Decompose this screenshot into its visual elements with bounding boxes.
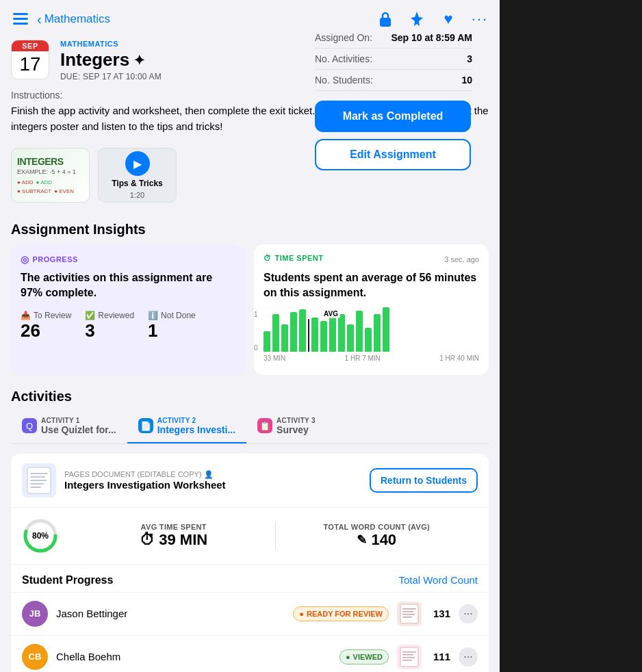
- student-more-button-1[interactable]: ···: [459, 647, 478, 667]
- bar-11: [365, 328, 372, 352]
- bar-2: [281, 324, 288, 352]
- activity-tab-2[interactable]: 📄 ACTIVITY 2 Integers Investi...: [127, 410, 246, 443]
- student-progress-header: Student Progress Total Word Count: [11, 565, 489, 592]
- total-word-count-link[interactable]: Total Word Count: [398, 574, 478, 586]
- back-button[interactable]: ‹ Mathematics: [37, 12, 110, 27]
- bar-4: [299, 309, 306, 352]
- time-spent-label: TIME SPENT: [275, 254, 324, 262]
- calendar-icon: SEP 17: [11, 40, 49, 79]
- activity-3-info: ACTIVITY 3 Survey: [277, 417, 316, 435]
- avatar-initials: JB: [29, 608, 41, 619]
- bar-6: [320, 321, 327, 352]
- not-done-label: ℹ️ Not Done: [148, 311, 196, 320]
- edit-assignment-button[interactable]: Edit Assignment: [315, 139, 471, 170]
- svg-rect-22: [402, 654, 413, 656]
- title-text: Integers: [60, 49, 129, 70]
- progress-text: The activities on this assignment are 97…: [21, 270, 236, 301]
- activity-tab-1[interactable]: Q ACTIVITY 1 Use Quizlet for...: [11, 410, 127, 443]
- svg-rect-9: [30, 483, 44, 484]
- activities-section-title: Activities: [11, 389, 489, 404]
- status-text-0: READY FOR REVIEW: [307, 610, 383, 618]
- activity-3-name: Survey: [277, 424, 316, 435]
- word-count-label: TOTAL WORD COUNT (AVG): [287, 523, 467, 531]
- return-to-students-button[interactable]: Return to Students: [370, 468, 478, 493]
- student-row: JB Jason Bettinger ● READY FOR REVIEW: [11, 592, 489, 635]
- to-review-label: 📥 To Review: [21, 311, 71, 320]
- student-word-count-0: 131: [430, 608, 450, 619]
- y-labels: 1 0: [254, 311, 258, 352]
- activity-1-name: Use Quizlet for...: [41, 424, 116, 435]
- activity-1-number: ACTIVITY 1: [41, 417, 116, 424]
- assigned-on-value: Sep 10 at 8:59 AM: [391, 32, 472, 43]
- student-word-count-1: 111: [430, 651, 450, 662]
- video-label: Tips & Tricks: [112, 179, 162, 188]
- inbox-icon: 📥: [21, 311, 31, 320]
- activity-tab-3[interactable]: 📋 ACTIVITY 3 Survey: [246, 410, 326, 443]
- info-icon: ℹ️: [148, 311, 158, 320]
- chart-x-labels: 33 MIN 1 HR 7 MIN 1 HR 40 MIN: [264, 354, 479, 362]
- bars-container: AVG: [264, 311, 479, 352]
- to-review-stat: 📥 To Review 26: [21, 311, 71, 341]
- y-label-1: 1: [254, 311, 258, 318]
- file-info: PAGES DOCUMENT (EDITABLE COPY) 👤 Integer…: [64, 470, 361, 491]
- y-label-0: 0: [254, 344, 258, 352]
- integers-title: INTEGERS: [17, 156, 64, 167]
- x-label-2: 1 HR 40 MIN: [439, 354, 479, 362]
- svg-rect-3: [380, 18, 391, 27]
- time-spent-chart: AVG 33 MIN 1 HR 7 MIN 1 HR 40 MIN: [264, 311, 479, 365]
- student-doc-thumb-1: [397, 645, 422, 669]
- bar-3: [290, 312, 297, 352]
- right-dark-panel: [500, 0, 642, 672]
- to-review-value: 26: [21, 320, 71, 341]
- main-panel: ‹ Mathematics ♥ ··· SEP 17: [0, 0, 500, 672]
- time-spent-card: ⏱ TIME SPENT 3 sec. ago Students spent a…: [254, 244, 489, 375]
- word-count-icon: ✎: [357, 532, 367, 547]
- more-menu-icon[interactable]: ···: [471, 10, 489, 28]
- progress-card: ◎ PROGRESS The activities on this assign…: [11, 244, 246, 375]
- file-thumbnail: [22, 463, 56, 497]
- student-more-button-0[interactable]: ···: [459, 604, 478, 623]
- person-icon: 👤: [204, 470, 214, 479]
- insights-section-title: Assignment Insights: [0, 214, 500, 244]
- activities-value: 3: [467, 53, 472, 64]
- cal-day: 17: [12, 51, 49, 79]
- check-icon: ✅: [85, 311, 95, 320]
- sparkle-icon: ✦: [133, 52, 145, 68]
- word-count-block: TOTAL WORD COUNT (AVG) ✎ 140: [276, 523, 478, 549]
- bar-5: [311, 318, 318, 352]
- student-name-0: Jason Bettinger: [56, 608, 285, 619]
- word-count-value: ✎ 140: [287, 531, 467, 549]
- svg-rect-24: [402, 660, 412, 661]
- avatar-initials-cb: CB: [29, 651, 42, 662]
- activity-3-icon: 📋: [257, 418, 272, 433]
- svg-rect-8: [30, 480, 47, 481]
- integers-poster-attachment[interactable]: INTEGERS EXAMPLE: -5 + 4 = 1 ● ADD ● ADD…: [11, 148, 90, 203]
- cal-month: SEP: [12, 40, 49, 51]
- lock-icon[interactable]: [376, 10, 394, 28]
- student-doc-thumb-0: [397, 602, 422, 626]
- progress-icon: ◎: [21, 254, 29, 265]
- top-right-icons: ♥ ···: [376, 10, 489, 28]
- students-row: No. Students: 10: [315, 70, 472, 91]
- activity-2-info: ACTIVITY 2 Integers Investi...: [157, 417, 235, 435]
- insights-cards: ◎ PROGRESS The activities on this assign…: [0, 244, 500, 386]
- avg-divider: [308, 319, 309, 352]
- play-button-icon: ▶: [125, 151, 150, 176]
- progress-stats: 📥 To Review 26 ✅ Reviewed 3 ℹ️ Not Done: [21, 311, 236, 341]
- reviewed-stat: ✅ Reviewed 3: [85, 311, 134, 341]
- heart-icon[interactable]: ♥: [439, 10, 457, 28]
- student-status-1: ● VIEWED: [339, 649, 389, 664]
- integers-labels: ● ADD ● ADD ● SUBTRACT ● EVEN: [17, 179, 84, 194]
- pin-icon[interactable]: [408, 10, 426, 28]
- reviewed-value: 3: [85, 320, 134, 341]
- integers-subtitle: EXAMPLE: -5 + 4 = 1: [17, 168, 76, 175]
- tips-tricks-video-attachment[interactable]: ▶ Tips & Tricks 1:20: [98, 148, 177, 203]
- sidebar-toggle[interactable]: [11, 10, 30, 29]
- svg-rect-10: [30, 487, 41, 488]
- avg-marker: AVG: [322, 309, 340, 318]
- file-name: Integers Investigation Worksheet: [64, 479, 361, 491]
- word-count-num: 140: [371, 531, 396, 549]
- activities-section-title-wrapper: Activities: [0, 386, 500, 410]
- mark-completed-button[interactable]: Mark as Completed: [315, 101, 471, 132]
- svg-rect-0: [13, 13, 28, 15]
